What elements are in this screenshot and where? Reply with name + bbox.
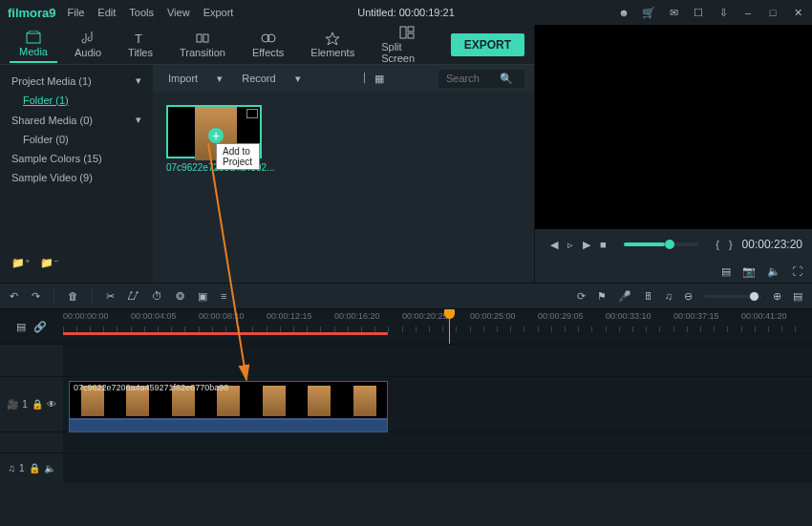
snapshot-icon[interactable]: 📷 (742, 265, 756, 278)
sidebar-item-folder-0[interactable]: Folder (0) (0, 130, 153, 149)
preview-timecode: 00:00:23:20 (742, 238, 802, 251)
mixer-icon[interactable]: 🎚 (643, 290, 653, 302)
zoom-out-icon[interactable]: ⊖ (684, 290, 693, 303)
green-screen-icon[interactable]: ▣ (198, 290, 207, 303)
tab-split-screen[interactable]: Split Screen (372, 22, 442, 68)
speed-icon[interactable]: ⏱ (152, 290, 162, 302)
undo-icon[interactable]: ↶ (10, 290, 18, 303)
menu-view[interactable]: View (167, 7, 190, 18)
timeline-toolbar: ↶ ↷ 🗑 ✂ ⌰ ⏱ ❂ ▣ ≡ ⟳ ⚑ 🎤 🎚 ♫ ⊖ ⊕ ▤ (0, 283, 812, 309)
audio-track-icon: ♫ (8, 463, 15, 473)
export-button[interactable]: EXPORT (451, 33, 524, 56)
delete-folder-icon[interactable]: 📁⁻ (40, 257, 59, 269)
tab-elements[interactable]: Elements (301, 28, 364, 62)
work-area-range[interactable] (63, 332, 388, 335)
timeline-link-icon[interactable]: 🔗 (33, 321, 47, 333)
video-clip[interactable]: 07c9622e7206a4a459271f82e6770ba98 (69, 381, 388, 419)
audio-icon[interactable]: ♫ (665, 290, 673, 302)
lock-icon[interactable]: 🔒 (32, 399, 43, 410)
svg-rect-2 (197, 34, 202, 42)
chevron-down-icon: ▾ (136, 74, 141, 87)
fullscreen-icon[interactable]: ⛶ (792, 265, 802, 277)
import-dropdown[interactable]: Import▾ (162, 73, 228, 85)
preview-scrubber[interactable] (624, 242, 699, 246)
tab-media[interactable]: Media (10, 27, 57, 63)
timeline-ruler[interactable]: 00:00:00:0000:00:04:0500:00:08:1000:00:1… (63, 309, 812, 344)
account-icon[interactable]: ☻ (617, 6, 630, 19)
message-icon[interactable]: ☐ (692, 6, 705, 19)
download-icon[interactable]: ⇩ (716, 6, 730, 19)
video-track-number: 1 (22, 399, 28, 410)
video-track-body[interactable]: 07c9622e7206a4a459271f82e6770ba98 (63, 377, 812, 431)
render-icon[interactable]: ⟳ (577, 290, 586, 303)
redo-icon[interactable]: ↷ (32, 290, 40, 303)
search-box[interactable]: 🔍 (438, 70, 524, 88)
stop-icon[interactable]: ■ (600, 239, 607, 251)
tab-transition[interactable]: Transition (170, 28, 235, 62)
play-icon[interactable]: ▶ (583, 239, 590, 251)
minimize-icon[interactable]: – (741, 6, 755, 19)
zoom-in-icon[interactable]: ⊕ (773, 290, 781, 303)
media-content: Import▾ Record▾ ⏐ ▦ 🔍 + Add to Project (153, 65, 534, 283)
menu-export[interactable]: Export (203, 7, 234, 18)
tab-audio[interactable]: Audio (65, 28, 111, 62)
clip-audio-waveform[interactable] (69, 419, 388, 432)
video-track-icon: 🎥 (7, 399, 18, 410)
preview-viewport[interactable] (535, 25, 812, 229)
sidebar-item-shared-media[interactable]: Shared Media (0)▾ (0, 110, 153, 130)
filter-icon[interactable]: ⏐ (361, 73, 367, 84)
timeline: ▤ 🔗 00:00:00:0000:00:04:0500:00:08:1000:… (0, 309, 812, 483)
preview-panel: ◀ ▹ ▶ ■ { } 00:00:23:20 ▤ 📷 🔈 ⛶ (535, 25, 812, 283)
grid-view-icon[interactable]: ▦ (374, 73, 384, 85)
search-input[interactable] (446, 73, 494, 84)
window-title: Untitled: 00:00:19:21 (357, 7, 455, 18)
cart-icon[interactable]: 🛒 (642, 6, 655, 19)
ruler-tick: 00:00:08:10 (199, 311, 245, 321)
delete-icon[interactable]: 🗑 (68, 290, 78, 302)
tab-effects[interactable]: Effects (243, 28, 293, 62)
chevron-down-icon: ▾ (295, 73, 301, 85)
sidebar-item-project-media[interactable]: Project Media (1)▾ (0, 71, 153, 91)
sidebar-item-folder-1[interactable]: Folder (1) (0, 91, 153, 110)
close-icon[interactable]: ✕ (791, 6, 804, 19)
mute-icon[interactable]: 🔈 (44, 463, 55, 473)
marker-icon[interactable]: ⚑ (597, 290, 607, 303)
add-to-timeline-icon[interactable]: + (208, 128, 224, 143)
maximize-icon[interactable]: □ (766, 6, 780, 19)
svg-point-5 (267, 34, 275, 42)
visibility-icon[interactable]: 👁 (47, 399, 56, 410)
mark-in-icon[interactable]: { (716, 239, 719, 250)
media-thumbnail[interactable]: + Add to Project (166, 105, 262, 158)
lock-icon[interactable]: 🔒 (29, 463, 40, 473)
thumbnail-expand-icon[interactable] (246, 109, 258, 118)
audio-track-number: 1 (19, 463, 25, 473)
audio-track-body[interactable] (63, 453, 812, 483)
zoom-fit-icon[interactable]: ▤ (793, 290, 802, 303)
preview-controls: ◀ ▹ ▶ ■ { } 00:00:23:20 (535, 229, 812, 260)
prev-frame-icon[interactable]: ◀ (550, 239, 558, 251)
menu-file[interactable]: File (68, 7, 85, 18)
new-folder-icon[interactable]: 📁⁺ (11, 257, 31, 269)
adjust-icon[interactable]: ≡ (221, 290, 226, 302)
record-dropdown[interactable]: Record▾ (236, 73, 306, 85)
crop-icon[interactable]: ⌰ (128, 290, 139, 302)
ruler-tick: 00:00:37:15 (673, 311, 719, 321)
tab-titles[interactable]: TTitles (118, 28, 162, 62)
mark-out-icon[interactable]: } (729, 239, 733, 250)
split-icon[interactable]: ✂ (106, 290, 115, 303)
zoom-slider[interactable] (704, 295, 761, 298)
menu-edit[interactable]: Edit (97, 7, 116, 18)
timeline-layers-icon[interactable]: ▤ (16, 321, 26, 333)
playhead[interactable] (449, 309, 450, 344)
sidebar-item-sample-video[interactable]: Sample Video (9) (0, 168, 153, 187)
step-back-icon[interactable]: ▹ (567, 239, 573, 251)
menu-tools[interactable]: Tools (129, 7, 154, 18)
video-track-head: 🎥 1 🔒 👁 (0, 377, 63, 431)
ruler-tick: 00:00:12:15 (267, 311, 312, 321)
voiceover-icon[interactable]: 🎤 (618, 290, 631, 303)
volume-icon[interactable]: 🔈 (767, 265, 780, 278)
sidebar-item-sample-colors[interactable]: Sample Colors (15) (0, 149, 153, 168)
notification-icon[interactable]: ✉ (667, 6, 680, 19)
quality-icon[interactable]: ▤ (721, 265, 731, 278)
color-icon[interactable]: ❂ (176, 290, 184, 303)
